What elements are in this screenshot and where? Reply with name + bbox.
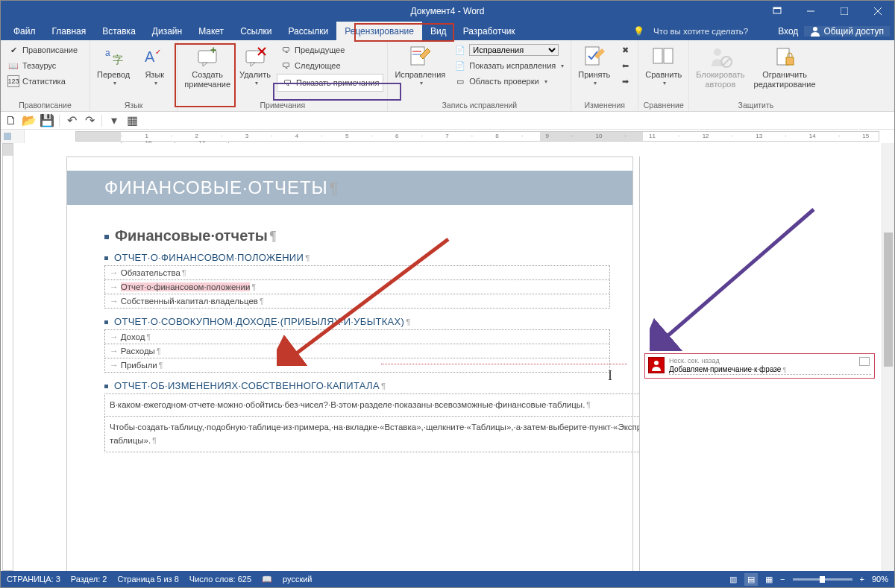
track-icon: [408, 45, 432, 69]
qat-more-icon[interactable]: ▾: [108, 115, 120, 127]
table-cell[interactable]: В·каком·ежегодном·отчете·можно·обойтись·…: [105, 394, 663, 417]
next-change-icon: ➡: [619, 75, 631, 87]
undo-icon[interactable]: ↶: [66, 115, 78, 127]
word-count-button[interactable]: 123Статистика: [4, 74, 81, 89]
close-button[interactable]: [861, 1, 894, 22]
status-proof-icon[interactable]: 📖: [262, 575, 272, 584]
save-icon[interactable]: 💾: [41, 115, 53, 127]
track-changes-button[interactable]: Исправления: [392, 42, 448, 89]
tell-me-box[interactable]: Что вы хотите сделать?: [653, 27, 748, 36]
translate-button[interactable]: a字Перевод: [94, 42, 133, 89]
zoom-slider[interactable]: [793, 578, 852, 581]
language-button[interactable]: A✓Язык: [136, 42, 173, 89]
view-read-icon[interactable]: ▥: [729, 575, 737, 584]
reply-icon[interactable]: [859, 357, 870, 366]
doc-title: ФИНАНСОВЫЕ·ОТЧЕТЫ: [104, 177, 339, 198]
minimize-button[interactable]: [794, 1, 827, 22]
quick-access-toolbar: 🗋 📂 💾 ↶ ↷ ▾ ▦: [1, 112, 894, 130]
table-3: В·каком·ежегодном·отчете·можно·обойтись·…: [104, 393, 663, 452]
table-cell[interactable]: Доход: [105, 330, 610, 344]
svg-text:A: A: [145, 48, 155, 65]
prev-change-button[interactable]: ⬅: [616, 58, 634, 73]
tab-file[interactable]: Файл: [5, 22, 44, 40]
group-label-tracking: Запись исправлений: [392, 99, 567, 111]
status-language[interactable]: русский: [283, 575, 312, 584]
insert-table-icon[interactable]: ▦: [126, 115, 138, 127]
compare-button[interactable]: Сравнить: [642, 42, 685, 89]
comment-time: Неск. сек. назад: [669, 357, 871, 365]
open-icon[interactable]: 📂: [23, 115, 35, 127]
zoom-percent[interactable]: 90%: [872, 575, 888, 584]
restrict-editing-button[interactable]: Ограничитьредактирование: [751, 42, 819, 91]
zoom-out-icon[interactable]: −: [780, 575, 785, 584]
tab-layout[interactable]: Макет: [190, 22, 232, 40]
reviewing-pane-button[interactable]: ▭Область проверки: [451, 74, 567, 89]
accept-button[interactable]: Принять: [575, 42, 613, 89]
view-print-icon[interactable]: ▤: [744, 573, 758, 586]
reject-button[interactable]: ✖: [616, 42, 634, 57]
table-cell-highlighted[interactable]: Отчет·о·финансовом·положении: [105, 280, 610, 294]
tab-insert[interactable]: Вставка: [94, 22, 144, 40]
spelling-button[interactable]: ✔Правописание: [4, 42, 81, 57]
tab-developer[interactable]: Разработчик: [455, 22, 524, 40]
delete-comment-button[interactable]: Удалить: [236, 42, 274, 89]
tab-view[interactable]: Вид: [422, 22, 455, 40]
display-dropdown[interactable]: 📄Исправления: [451, 42, 567, 57]
status-page[interactable]: СТРАНИЦА: 3: [7, 575, 60, 584]
table-cell[interactable]: Собственный·капитал·владельцев: [105, 294, 610, 309]
tab-design[interactable]: Дизайн: [144, 22, 190, 40]
previous-comment-button[interactable]: 🗨Предыдущее: [277, 42, 383, 57]
tab-home[interactable]: Главная: [44, 22, 95, 40]
avatar: [648, 357, 665, 373]
next-comment-button[interactable]: 🗨Следующее: [277, 58, 383, 73]
svg-text:字: 字: [113, 54, 123, 66]
tab-mailings[interactable]: Рассылки: [280, 22, 336, 40]
horizontal-ruler[interactable]: · 1 · 2 · 3 · 4 · 5 · 6 · 7 · 8 · 9 · 10…: [1, 130, 894, 143]
prev-change-icon: ⬅: [619, 60, 631, 72]
svg-line-24: [723, 58, 730, 66]
table-cell[interactable]: Расходы: [105, 344, 610, 358]
svg-rect-26: [786, 57, 794, 65]
next-change-button[interactable]: ➡: [616, 74, 634, 89]
svg-rect-3: [841, 7, 848, 15]
new-comment-button[interactable]: +Создатьпримечание: [181, 42, 233, 91]
view-web-icon[interactable]: ▦: [765, 575, 773, 584]
comment-balloon[interactable]: Неск. сек. назад Добавляем·примечание·к·…: [644, 353, 875, 379]
share-button[interactable]: Общий доступ: [804, 26, 890, 37]
show-comments-button[interactable]: 🗨Показать примечания: [277, 74, 383, 92]
vertical-scrollbar[interactable]: [882, 143, 894, 571]
comment-text[interactable]: Добавляем·примечание·к·фразе: [669, 365, 871, 375]
thesaurus-icon: 📖: [7, 60, 19, 72]
redo-icon[interactable]: ↷: [84, 115, 95, 127]
table-cell[interactable]: Прибыли: [105, 358, 610, 373]
status-words[interactable]: Число слов: 625: [189, 575, 251, 584]
heading-2-3: ОТЧЕТ·ОБ·ИЗМЕНЕНИЯХ·СОБСТВЕННОГО·КАПИТАЛ…: [104, 380, 610, 391]
vertical-ruler[interactable]: [1, 143, 16, 571]
group-label-protect: Защитить: [693, 99, 818, 111]
group-label-comments: Примечания: [181, 99, 383, 111]
prev-icon: 🗨: [280, 44, 292, 56]
show-markup-button[interactable]: 📄Показать исправления: [451, 58, 567, 73]
compare-icon: [652, 45, 676, 69]
maximize-button[interactable]: [827, 1, 861, 22]
thesaurus-button[interactable]: 📖Тезаурус: [4, 58, 81, 73]
tab-references[interactable]: Ссылки: [232, 22, 280, 40]
zoom-in-icon[interactable]: +: [860, 575, 864, 584]
svg-point-6: [813, 27, 817, 31]
new-file-icon[interactable]: 🗋: [5, 115, 17, 127]
spelling-icon: ✔: [7, 44, 19, 56]
table-2: Доход Расходы Прибыли: [104, 329, 610, 373]
status-section[interactable]: Раздел: 2: [71, 575, 107, 584]
status-pageof[interactable]: Страница 5 из 8: [117, 575, 178, 584]
svg-rect-1: [773, 7, 781, 9]
comments-pane: Неск. сек. назад Добавляем·примечание·к·…: [639, 157, 879, 571]
login-link[interactable]: Вход: [778, 26, 798, 37]
tab-review[interactable]: Рецензирование: [336, 22, 422, 40]
table-cell[interactable]: Обязательства: [105, 266, 610, 280]
restrict-icon: [773, 45, 797, 69]
ribbon-options-icon[interactable]: [760, 1, 794, 22]
status-bar: СТРАНИЦА: 3 Раздел: 2 Страница 5 из 8 Чи…: [1, 571, 894, 587]
table-cell[interactable]: Чтобы·создать·таблицу,·подобную·таблице·…: [105, 417, 663, 452]
stats-icon: 123: [7, 75, 19, 87]
block-icon: [709, 45, 732, 69]
